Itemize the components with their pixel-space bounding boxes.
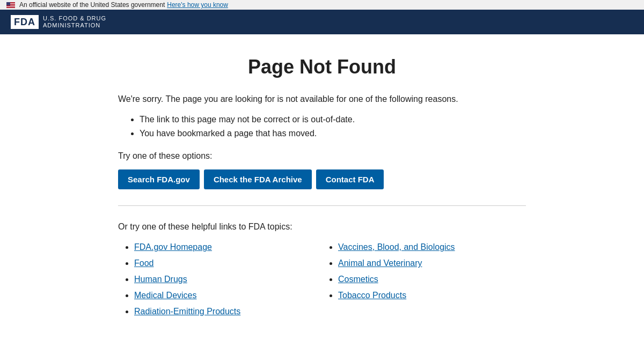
list-item: Food <box>134 258 311 268</box>
link-tobacco-products[interactable]: Tobacco Products <box>338 291 406 300</box>
reason-item-1: The link to this page may not be correct… <box>140 115 526 124</box>
gov-banner-text: An official website of the United States… <box>19 1 165 9</box>
reason-list: The link to this page may not be correct… <box>118 115 526 138</box>
link-food[interactable]: Food <box>134 258 153 268</box>
logo-text: U.S. FOOD & DRUG ADMINISTRATION <box>43 15 106 29</box>
list-item: Animal and Veterinary <box>338 258 515 268</box>
links-col-right: Vaccines, Blood, and Biologics Animal an… <box>322 242 526 323</box>
section-divider <box>118 205 526 206</box>
link-cosmetics[interactable]: Cosmetics <box>338 275 378 284</box>
main-content: Page Not Found We're sorry. The page you… <box>107 34 537 344</box>
logo-box: FDA <box>11 15 39 29</box>
helpful-links-label: Or try one of these helpful links to FDA… <box>118 222 526 232</box>
site-header: FDA U.S. FOOD & DRUG ADMINISTRATION <box>0 10 644 34</box>
right-link-list: Vaccines, Blood, and Biologics Animal an… <box>322 242 515 300</box>
logo-line2: ADMINISTRATION <box>43 22 106 29</box>
options-label: Try one of these options: <box>118 151 526 161</box>
gov-banner: An official website of the United States… <box>0 0 644 10</box>
reason-item-2: You have bookmarked a page that has move… <box>140 129 526 138</box>
link-animal-veterinary[interactable]: Animal and Veterinary <box>338 258 422 268</box>
intro-text: We're sorry. The page you are looking fo… <box>118 94 526 104</box>
links-grid: FDA.gov Homepage Food Human Drugs Medica… <box>118 242 526 323</box>
left-link-list: FDA.gov Homepage Food Human Drugs Medica… <box>118 242 311 316</box>
button-row: Search FDA.gov Check the FDA Archive Con… <box>118 169 526 189</box>
link-vaccines[interactable]: Vaccines, Blood, and Biologics <box>338 242 455 252</box>
list-item: Radiation-Emitting Products <box>134 307 311 316</box>
fda-logo[interactable]: FDA U.S. FOOD & DRUG ADMINISTRATION <box>11 15 106 29</box>
contact-fda-button[interactable]: Contact FDA <box>316 169 384 189</box>
link-radiation-emitting[interactable]: Radiation-Emitting Products <box>134 307 240 316</box>
page-title: Page Not Found <box>118 56 526 78</box>
list-item: Tobacco Products <box>338 291 515 300</box>
link-fda-homepage[interactable]: FDA.gov Homepage <box>134 242 212 252</box>
gov-banner-link[interactable]: Here's how you know <box>167 1 228 9</box>
list-item: Medical Devices <box>134 291 311 300</box>
link-human-drugs[interactable]: Human Drugs <box>134 275 187 284</box>
list-item: Cosmetics <box>338 275 515 284</box>
flag-icon <box>6 2 15 8</box>
list-item: Human Drugs <box>134 275 311 284</box>
list-item: FDA.gov Homepage <box>134 242 311 252</box>
search-fda-button[interactable]: Search FDA.gov <box>118 169 200 189</box>
link-medical-devices[interactable]: Medical Devices <box>134 291 196 300</box>
links-col-left: FDA.gov Homepage Food Human Drugs Medica… <box>118 242 322 323</box>
check-archive-button[interactable]: Check the FDA Archive <box>204 169 312 189</box>
logo-line1: U.S. FOOD & DRUG <box>43 15 106 22</box>
list-item: Vaccines, Blood, and Biologics <box>338 242 515 252</box>
